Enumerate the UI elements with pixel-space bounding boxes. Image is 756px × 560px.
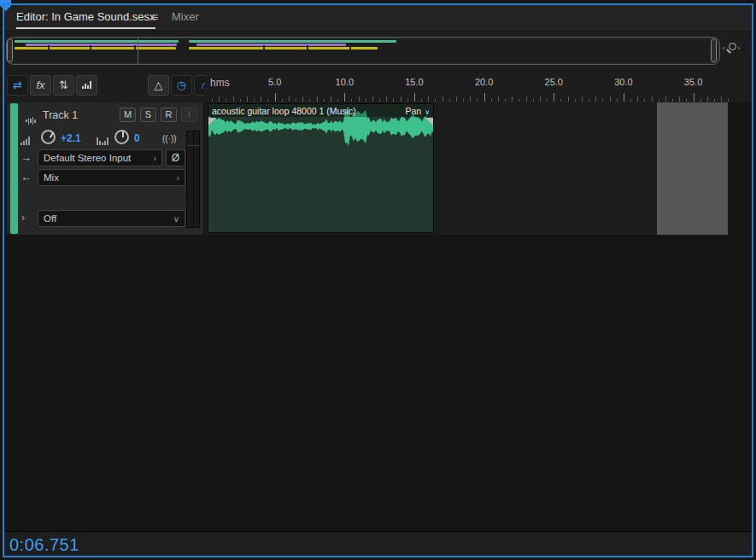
panel-tab-bar: Editor: In Game Sound.sesx ≡ Mixer	[4, 5, 752, 32]
transport-bar: 0:06.751	[4, 531, 752, 558]
track-mute-button[interactable]: M	[120, 108, 136, 122]
zoom-left-arrow: ‹	[723, 45, 724, 51]
metronome-icon: △	[155, 79, 163, 91]
navigator-track-line	[189, 40, 396, 43]
track-arm-button[interactable]: R	[161, 108, 177, 122]
ruler-tick	[344, 93, 345, 102]
track-monitor-input-button[interactable]: I	[181, 108, 197, 122]
knob-pointer	[49, 132, 53, 138]
ruler-label: 15.0	[405, 77, 423, 87]
fx-icon: fx	[36, 79, 44, 91]
track-lane[interactable]: acoustic guitar loop 48000 1 (Music)Pan∨	[205, 102, 728, 235]
track-level-meter	[186, 131, 200, 228]
ruler-tick	[359, 96, 360, 102]
no-effects-button[interactable]: Ø	[166, 149, 185, 166]
zoom-right-arrow: ›	[738, 45, 740, 51]
tab-editor[interactable]: Editor: In Game Sound.sesx	[16, 10, 155, 29]
fade-in-handle[interactable]	[208, 118, 216, 125]
routing-button[interactable]: ⇅	[53, 75, 74, 96]
ruler-tick	[282, 99, 283, 102]
time-display[interactable]: 0:06.751	[9, 535, 79, 555]
clip-name: acoustic guitar loop 48000 1 (Music)	[212, 106, 356, 116]
navigator-clip-notch	[134, 45, 136, 50]
ruler-tick	[372, 96, 373, 102]
panel-menu-icon[interactable]: ≡	[151, 10, 158, 24]
ruler-tick	[442, 96, 443, 102]
ruler-label: 25.0	[545, 77, 563, 87]
ruler-tick	[309, 99, 310, 102]
ruler-tick	[324, 99, 325, 102]
zoom-navigator: ‹ ›	[4, 32, 752, 72]
ruler-tick	[456, 96, 457, 102]
ruler-tick	[379, 99, 380, 102]
ruler-tick	[337, 99, 338, 102]
timeline-ruler[interactable]: hms 5.010.015.020.025.030.035.0	[205, 72, 732, 102]
ruler-tick	[428, 96, 429, 102]
ruler-tick	[275, 93, 276, 102]
volume-knob[interactable]	[41, 130, 56, 144]
tab-mixer[interactable]: Mixer	[172, 10, 199, 23]
track-title[interactable]: Track 1	[43, 109, 78, 121]
ruler-tick	[289, 96, 290, 102]
audio-clip[interactable]: acoustic guitar loop 48000 1 (Music)Pan∨	[208, 103, 434, 233]
chevron-down-icon: ∨	[173, 214, 179, 224]
global-clip-stretch-toggle[interactable]: ◷	[171, 75, 192, 96]
ruler-tick	[414, 93, 415, 102]
input-arrow-icon: →	[21, 151, 32, 164]
effects-rack-button[interactable]: fx	[30, 75, 51, 96]
track-solo-button[interactable]: S	[140, 108, 156, 122]
ruler-tick	[351, 99, 352, 102]
routing-icon: ⇅	[59, 79, 68, 91]
ruler-tick	[568, 96, 569, 102]
track-color-strip[interactable]	[10, 103, 18, 234]
navigator-left-handle[interactable]	[7, 38, 13, 62]
fade-out-handle[interactable]	[425, 118, 433, 125]
metronome-toggle[interactable]: △	[148, 75, 169, 96]
ruler-tick	[226, 99, 226, 102]
ruler-tick	[366, 99, 366, 102]
ruler-tick	[233, 96, 234, 102]
input-select[interactable]: Default Stereo Input›	[38, 149, 162, 166]
ruler-tick	[463, 99, 464, 102]
ruler-label: 10.0	[336, 77, 354, 87]
navigator-right-handle[interactable]	[711, 38, 717, 62]
ruler-tick	[401, 96, 401, 102]
navigator-playhead-line	[138, 38, 138, 64]
ruler-tick	[582, 96, 583, 102]
metering-button[interactable]	[76, 75, 97, 96]
ruler-tick	[449, 99, 450, 102]
expand-lane-chevron[interactable]: ›	[21, 212, 25, 224]
ruler-tick	[707, 96, 708, 102]
ruler-tick	[652, 96, 653, 102]
navigator-clip-notch	[263, 45, 265, 50]
ruler-tick	[386, 96, 387, 102]
move-tool-button[interactable]: ⇄	[7, 75, 28, 96]
ruler-tick	[659, 99, 659, 102]
clip-header[interactable]: acoustic guitar loop 48000 1 (Music)Pan∨	[208, 104, 433, 117]
pan-knob[interactable]	[114, 130, 129, 144]
automation-mode-value: Off	[44, 213, 56, 224]
ruler-tick	[505, 99, 506, 102]
output-select-value: Mix	[44, 172, 59, 183]
clip-envelope-menu[interactable]: Pan∨	[405, 106, 430, 116]
automation-mode-select[interactable]: Off∨	[38, 210, 185, 227]
ruler-tick	[477, 99, 478, 102]
navigator-clip-notch	[307, 45, 308, 50]
output-select[interactable]: Mix›	[38, 169, 185, 186]
volume-value[interactable]: +2.1	[61, 132, 81, 144]
navigator-clip-notch	[90, 45, 91, 50]
ruler-tick	[296, 99, 296, 102]
navigator-zoom-icon[interactable]: ‹ ›	[726, 42, 740, 55]
ruler-tick	[212, 99, 213, 102]
ruler-label: 20.0	[475, 77, 493, 87]
ruler-tick	[630, 99, 631, 102]
ruler-tick	[219, 96, 220, 102]
ruler-tick	[484, 93, 485, 102]
ruler-tick	[595, 96, 596, 102]
pan-value[interactable]: 0	[134, 132, 140, 144]
ruler-tick	[686, 99, 687, 102]
move-tool-icon: ⇄	[13, 79, 22, 91]
knob-pointer	[122, 131, 124, 137]
ruler-tick	[519, 99, 519, 102]
track-row: Track 1MSRI+2.10((·))→Default Stereo Inp…	[0, 102, 756, 235]
